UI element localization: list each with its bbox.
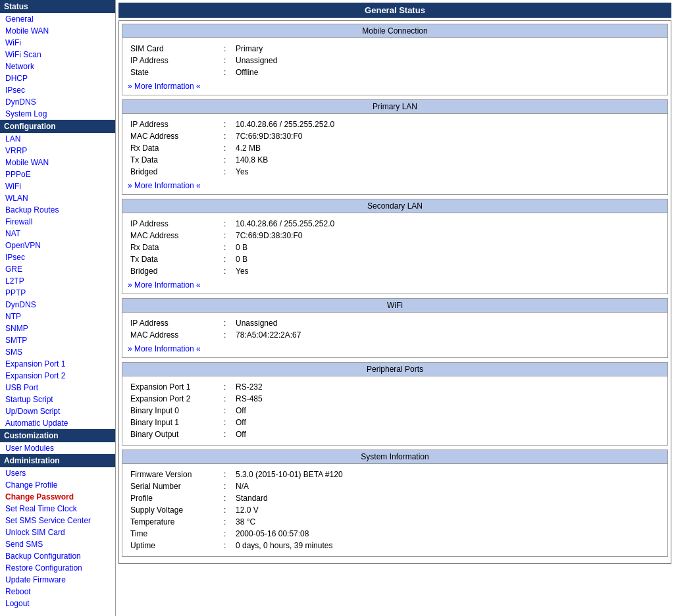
binary-output-label: Binary Output <box>129 429 221 440</box>
sidebar-item-update-firmware[interactable]: Update Firmware <box>0 574 115 586</box>
system-information-header: System Information <box>122 450 667 464</box>
uptime-value: 0 days, 0 hours, 39 minutes <box>234 540 661 551</box>
profile-label: Profile <box>129 493 221 503</box>
sidebar-item-general[interactable]: General <box>0 13 115 25</box>
sidebar-item-user-modules[interactable]: User Modules <box>0 442 115 454</box>
mobile-connection-more-info[interactable]: » More Information « <box>128 82 201 91</box>
sidebar-item-pppoe[interactable]: PPPoE <box>0 168 115 180</box>
sidebar-item-usb-port[interactable]: USB Port <box>0 382 115 394</box>
sidebar-item-automatic-update[interactable]: Automatic Update <box>0 417 115 429</box>
sidebar-item-system-log[interactable]: System Log <box>0 108 115 120</box>
supply-voltage-value: 12.0 V <box>234 505 661 515</box>
sidebar-item-backup-routes[interactable]: Backup Routes <box>0 204 115 216</box>
colon: : <box>222 417 233 428</box>
secondary-lan-section: Secondary LAN IP Address : 10.40.28.66 /… <box>122 199 668 294</box>
sidebar-item-mobile-wan[interactable]: Mobile WAN <box>0 25 115 37</box>
sidebar-item-wifi[interactable]: WiFi <box>0 37 115 49</box>
wifi-more-info[interactable]: » More Information « <box>128 344 201 353</box>
sidebar-item-set-sms-service-center[interactable]: Set SMS Service Center <box>0 515 115 526</box>
table-row: IP Address : 10.40.28.66 / 255.255.252.0 <box>129 119 661 130</box>
sidebar-item-reboot[interactable]: Reboot <box>0 586 115 598</box>
table-row: Supply Voltage : 12.0 V <box>129 505 661 515</box>
sidebar-item-snmp[interactable]: SNMP <box>0 322 115 334</box>
mac-address-value: 7C:66:9D:38:30:F0 <box>234 230 661 241</box>
colon: : <box>222 230 233 241</box>
colon: : <box>222 330 233 340</box>
sidebar-item-sms[interactable]: SMS <box>0 346 115 358</box>
rx-data-label: Rx Data <box>129 143 221 153</box>
secondary-lan-more-info[interactable]: » More Information « <box>128 280 201 290</box>
ip-address-value: 10.40.28.66 / 255.255.252.0 <box>234 119 661 130</box>
temperature-value: 38 °C <box>234 517 661 527</box>
tx-data-value: 0 B <box>234 254 661 265</box>
sidebar-item-startup-script[interactable]: Startup Script <box>0 394 115 405</box>
expansion-port-1-value: RS-232 <box>234 382 661 392</box>
sidebar-item-backup-configuration[interactable]: Backup Configuration <box>0 550 115 562</box>
sidebar-item-gre[interactable]: GRE <box>0 263 115 275</box>
sidebar-item-change-password[interactable]: Change Password <box>0 491 115 503</box>
sidebar-item-dhcp[interactable]: DHCP <box>0 72 115 84</box>
sidebar-item-expansion-port-2[interactable]: Expansion Port 2 <box>0 370 115 382</box>
sidebar-item-dyndns[interactable]: DynDNS <box>0 96 115 108</box>
sidebar-item-set-real-time-clock[interactable]: Set Real Time Clock <box>0 503 115 515</box>
mobile-connection-header: Mobile Connection <box>122 24 667 38</box>
ip-address-value: 10.40.28.66 / 255.255.252.0 <box>234 218 661 229</box>
sidebar-item-ipsec[interactable]: IPsec <box>0 84 115 96</box>
sidebar-item-logout[interactable]: Logout <box>0 598 115 609</box>
mac-address-value: 7C:66:9D:38:30:F0 <box>234 131 661 141</box>
sidebar-item-updown-script[interactable]: Up/Down Script <box>0 405 115 417</box>
sidebar-item-l2tp[interactable]: L2TP <box>0 275 115 287</box>
bridged-value: Yes <box>234 266 661 276</box>
sidebar-item-ntp[interactable]: NTP <box>0 311 115 322</box>
state-label: State <box>129 67 221 78</box>
sidebar-item-network[interactable]: Network <box>0 61 115 72</box>
peripheral-ports-header: Peripheral Ports <box>122 363 667 376</box>
peripheral-ports-table: Expansion Port 1 : RS-232 Expansion Port… <box>128 380 662 441</box>
colon: : <box>222 318 233 328</box>
sidebar-item-unlock-sim-card[interactable]: Unlock SIM Card <box>0 526 115 538</box>
table-row: Tx Data : 140.8 KB <box>129 155 661 165</box>
table-row: IP Address : Unassigned <box>129 55 661 66</box>
sidebar-item-wifi-scan[interactable]: WiFi Scan <box>0 49 115 61</box>
sidebar-item-cfg-mobile-wan[interactable]: Mobile WAN <box>0 157 115 168</box>
sidebar-item-cfg-dyndns[interactable]: DynDNS <box>0 299 115 311</box>
sidebar-item-smtp[interactable]: SMTP <box>0 334 115 346</box>
system-information-body: Firmware Version : 5.3.0 (2015-10-01) BE… <box>122 464 667 556</box>
time-label: Time <box>129 528 221 539</box>
sidebar-item-expansion-port-1[interactable]: Expansion Port 1 <box>0 358 115 370</box>
colon: : <box>222 143 233 153</box>
sidebar-item-lan[interactable]: LAN <box>0 133 115 145</box>
sidebar-item-nat[interactable]: NAT <box>0 228 115 240</box>
sidebar-item-pptp[interactable]: PPTP <box>0 287 115 299</box>
colon: : <box>222 505 233 515</box>
colon: : <box>222 119 233 130</box>
sidebar-item-wlan[interactable]: WLAN <box>0 192 115 204</box>
sidebar-item-users[interactable]: Users <box>0 467 115 479</box>
ip-address-label: IP Address <box>129 218 221 229</box>
sidebar-item-send-sms[interactable]: Send SMS <box>0 538 115 550</box>
colon: : <box>222 266 233 276</box>
sidebar-item-vrrp[interactable]: VRRP <box>0 145 115 157</box>
serial-number-label: Serial Number <box>129 481 221 492</box>
sidebar-item-openvpn[interactable]: OpenVPN <box>0 240 115 251</box>
mac-address-value: 78:A5:04:22:2A:67 <box>234 330 661 340</box>
colon: : <box>222 493 233 503</box>
sim-card-label: SIM Card <box>129 43 221 54</box>
primary-lan-more-info[interactable]: » More Information « <box>128 181 201 190</box>
colon: : <box>222 131 233 141</box>
table-row: Tx Data : 0 B <box>129 254 661 265</box>
sidebar-item-cfg-wifi[interactable]: WiFi <box>0 180 115 192</box>
table-row: MAC Address : 7C:66:9D:38:30:F0 <box>129 230 661 241</box>
wifi-section: WiFi IP Address : Unassigned MAC Address… <box>122 298 668 358</box>
sidebar-item-cfg-ipsec[interactable]: IPsec <box>0 251 115 263</box>
colon: : <box>222 254 233 265</box>
sidebar-item-firewall[interactable]: Firewall <box>0 216 115 228</box>
sidebar-item-change-profile[interactable]: Change Profile <box>0 479 115 491</box>
primary-lan-body: IP Address : 10.40.28.66 / 255.255.252.0… <box>122 114 667 194</box>
binary-input-0-label: Binary Input 0 <box>129 405 221 416</box>
sidebar-item-restore-configuration[interactable]: Restore Configuration <box>0 562 115 574</box>
mobile-connection-table: SIM Card : Primary IP Address : Unassign… <box>128 42 662 79</box>
table-row: Profile : Standard <box>129 493 661 503</box>
mobile-connection-body: SIM Card : Primary IP Address : Unassign… <box>122 38 667 95</box>
colon: : <box>222 43 233 54</box>
